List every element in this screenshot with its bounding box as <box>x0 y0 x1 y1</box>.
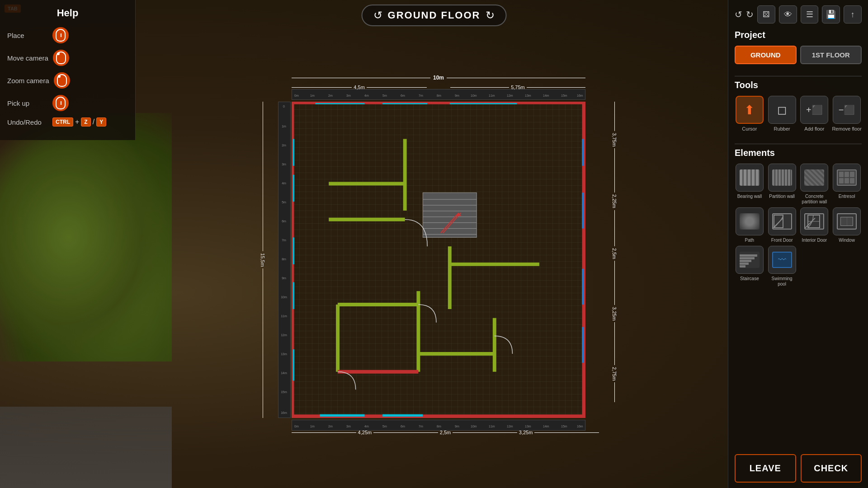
svg-text:7m: 7m <box>282 239 286 242</box>
help-row-place: Place <box>7 27 128 43</box>
top-toolbar: ↺ ↻ ⚄ 👁 ☰ 💾 ↑ <box>735 5 862 23</box>
floor-indicator[interactable]: ↺ GROUND FLOOR ↻ <box>362 5 507 26</box>
floor-icon-left[interactable]: ↺ <box>373 9 382 22</box>
concrete-partition-wall-icon-box <box>800 164 828 192</box>
element-staircase[interactable]: Staircase <box>735 246 764 287</box>
help-label-pickup: Pick up <box>7 99 48 107</box>
svg-text:9m: 9m <box>282 277 286 280</box>
help-label-undo: Undo/Redo <box>7 118 48 126</box>
element-path[interactable]: Path <box>735 207 764 243</box>
front-door-icon-box <box>768 207 796 235</box>
undo-button[interactable]: ↺ <box>735 9 742 20</box>
svg-text:0m: 0m <box>294 94 299 97</box>
element-concrete-partition-wall[interactable]: Concrete partition wall <box>800 164 830 205</box>
svg-text:6m: 6m <box>401 425 405 428</box>
partition-wall-label: Partition wall <box>769 194 795 199</box>
bottom-buttons: LEAVE CHECK <box>735 454 862 483</box>
svg-text:0: 0 <box>283 105 285 108</box>
rubber-icon-box: ◻ <box>768 96 796 124</box>
floor-icon-right[interactable]: ↻ <box>486 9 495 22</box>
path-icon-box <box>736 207 764 235</box>
window-panes <box>840 217 853 226</box>
tool-rubber[interactable]: ◻ Rubber <box>767 96 797 132</box>
front-door-icon <box>772 213 792 230</box>
ruler-bottom: 0m 1m 2m 3m 4m 5m 6m 7m 8m 9m 10m 11m 12… <box>292 420 585 431</box>
bearing-wall-icon <box>740 169 760 186</box>
tools-grid: ⬆ Cursor ◻ Rubber +⬛ Add floor −⬛ Remove… <box>735 96 862 132</box>
svg-text:9m: 9m <box>455 94 459 97</box>
svg-text:16m: 16m <box>577 425 583 428</box>
blueprint-grid[interactable]: 15,5m 14m <box>292 102 585 418</box>
staircase-icon <box>740 252 760 268</box>
element-window[interactable]: Window <box>832 207 862 243</box>
staircase-drawing <box>423 192 476 237</box>
svg-text:10m: 10m <box>471 94 477 97</box>
cursor-icon: ⬆ <box>744 103 755 117</box>
add-floor-icon: +⬛ <box>806 104 823 115</box>
list-button[interactable]: ☰ <box>801 5 819 23</box>
blueprint-svg: 15,5m 14m <box>293 103 584 417</box>
element-swimming-pool[interactable]: 〰 Swimming pool <box>767 246 797 287</box>
svg-text:2m: 2m <box>328 425 333 428</box>
entresol-icon-box <box>833 164 861 192</box>
svg-text:5m: 5m <box>382 425 387 428</box>
svg-text:14m: 14m <box>543 94 549 97</box>
svg-text:10m: 10m <box>471 425 477 428</box>
svg-text:6m: 6m <box>401 94 405 97</box>
element-entresol[interactable]: Entresol <box>832 164 862 205</box>
svg-text:1m: 1m <box>310 425 315 428</box>
tool-add-floor[interactable]: +⬛ Add floor <box>800 96 830 132</box>
redo-button[interactable]: ↻ <box>746 9 754 20</box>
svg-text:12m: 12m <box>507 94 513 97</box>
ground-floor-button[interactable]: GROUND <box>735 46 797 64</box>
swimming-pool-label: Swimming pool <box>767 276 797 287</box>
svg-text:1m: 1m <box>282 125 286 128</box>
first-floor-button[interactable]: 1ST FLOOR <box>800 46 862 64</box>
entresol-icon <box>837 169 857 186</box>
svg-text:15m: 15m <box>561 425 567 428</box>
svg-text:7m: 7m <box>419 94 423 97</box>
svg-text:2m: 2m <box>328 94 333 97</box>
element-partition-wall[interactable]: Partition wall <box>767 164 797 205</box>
dim-right-bot: 2,75m <box>612 345 617 402</box>
tool-remove-floor[interactable]: −⬛ Remove floor <box>832 96 862 132</box>
dim-left-total: 15,5m <box>260 102 265 418</box>
element-front-door[interactable]: Front Door <box>767 207 797 243</box>
svg-text:16m: 16m <box>577 94 583 97</box>
rubber-label: Rubber <box>774 126 790 132</box>
svg-text:13m: 13m <box>525 425 531 428</box>
upload-button[interactable]: ↑ <box>844 5 862 23</box>
help-icon-pickup <box>52 95 69 111</box>
window-icon <box>837 213 857 230</box>
svg-text:15m: 15m <box>561 94 567 97</box>
dim-right-mid: 2,5m <box>612 225 617 282</box>
svg-text:0m: 0m <box>294 425 299 428</box>
check-button[interactable]: CHECK <box>801 454 862 483</box>
cursor-label: Cursor <box>742 126 757 132</box>
svg-text:11m: 11m <box>489 425 495 428</box>
element-bearing-wall[interactable]: Bearing wall <box>735 164 764 205</box>
element-interior-door[interactable]: Interior Door <box>800 207 830 243</box>
save-button[interactable]: 💾 <box>822 5 840 23</box>
svg-text:4m: 4m <box>364 425 369 428</box>
dice-button[interactable]: ⚄ <box>757 5 775 23</box>
blueprint-wrapper: 0 1m 2m 3m 4m 5m 6m 7m 8m 9m 10m 11m 12m… <box>278 102 585 418</box>
add-floor-label: Add floor <box>804 126 824 132</box>
add-floor-icon-box: +⬛ <box>800 96 828 124</box>
y-key: Y <box>96 117 106 127</box>
svg-text:9m: 9m <box>455 425 459 428</box>
help-row-pickup: Pick up <box>7 95 128 111</box>
interior-door-icon-box <box>800 207 828 235</box>
eye-button[interactable]: 👁 <box>779 5 797 23</box>
svg-text:11m: 11m <box>281 314 287 318</box>
path-icon <box>740 213 760 230</box>
help-title: Help <box>7 7 128 19</box>
tool-cursor[interactable]: ⬆ Cursor <box>735 96 764 132</box>
svg-text:3m: 3m <box>346 94 351 97</box>
help-panel: Help Place Move camera Zoom camera Pick … <box>0 0 136 140</box>
svg-text:3m: 3m <box>346 425 351 428</box>
dim-right-mid-bot: 3,25m <box>612 282 617 345</box>
svg-text:3m: 3m <box>282 163 286 166</box>
leave-button[interactable]: LEAVE <box>735 454 796 483</box>
right-panel: ↺ ↻ ⚄ 👁 ☰ 💾 ↑ Project GROUND 1ST FLOOR T… <box>728 0 868 488</box>
